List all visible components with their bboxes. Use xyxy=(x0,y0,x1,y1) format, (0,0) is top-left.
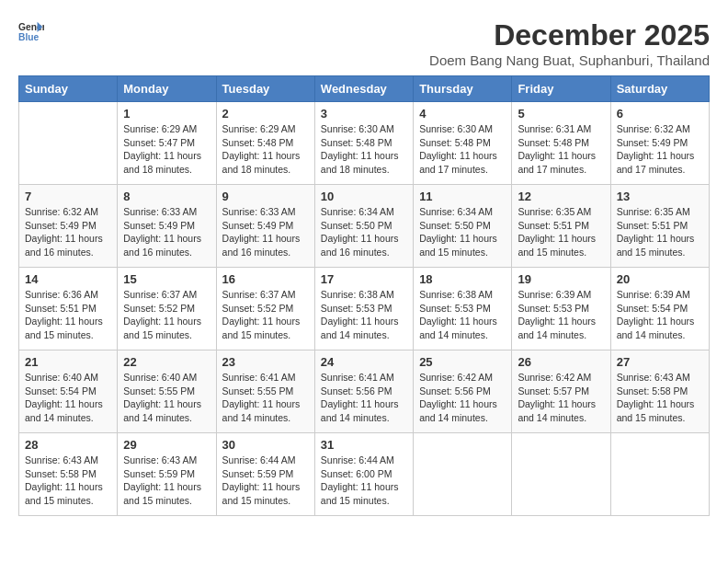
day-number: 3 xyxy=(321,107,407,121)
calendar-week-row: 21Sunrise: 6:40 AMSunset: 5:54 PMDayligh… xyxy=(19,350,710,433)
day-number: 13 xyxy=(617,190,703,203)
day-number: 23 xyxy=(222,355,309,369)
day-info: Sunrise: 6:34 AMSunset: 5:50 PMDaylight:… xyxy=(321,205,407,259)
header-sunday: Sunday xyxy=(19,76,118,102)
calendar-cell xyxy=(414,433,512,516)
day-number: 14 xyxy=(25,272,111,286)
header-saturday: Saturday xyxy=(610,76,709,102)
calendar-week-row: 7Sunrise: 6:32 AMSunset: 5:49 PMDaylight… xyxy=(19,185,710,268)
calendar-cell: 22Sunrise: 6:40 AMSunset: 5:55 PMDayligh… xyxy=(118,350,216,433)
day-number: 2 xyxy=(222,107,309,121)
calendar-cell: 30Sunrise: 6:44 AMSunset: 5:59 PMDayligh… xyxy=(216,433,314,516)
calendar-cell xyxy=(19,102,118,185)
day-number: 5 xyxy=(518,107,604,121)
day-info: Sunrise: 6:42 AMSunset: 5:57 PMDaylight:… xyxy=(518,371,604,425)
calendar-cell: 19Sunrise: 6:39 AMSunset: 5:53 PMDayligh… xyxy=(512,268,610,350)
calendar-week-row: 1Sunrise: 6:29 AMSunset: 5:47 PMDaylight… xyxy=(19,102,710,185)
day-info: Sunrise: 6:37 AMSunset: 5:52 PMDaylight:… xyxy=(222,288,309,342)
calendar-cell: 9Sunrise: 6:33 AMSunset: 5:49 PMDaylight… xyxy=(216,185,314,268)
day-number: 4 xyxy=(419,107,506,121)
calendar-cell: 8Sunrise: 6:33 AMSunset: 5:49 PMDaylight… xyxy=(118,185,216,268)
svg-text:Blue: Blue xyxy=(18,32,40,42)
calendar-table: Sunday Monday Tuesday Wednesday Thursday… xyxy=(18,75,710,516)
day-info: Sunrise: 6:37 AMSunset: 5:52 PMDaylight:… xyxy=(123,288,210,342)
day-number: 6 xyxy=(617,107,703,121)
calendar-cell: 17Sunrise: 6:38 AMSunset: 5:53 PMDayligh… xyxy=(314,268,413,350)
day-number: 1 xyxy=(123,107,210,121)
day-info: Sunrise: 6:38 AMSunset: 5:53 PMDaylight:… xyxy=(321,288,407,342)
day-info: Sunrise: 6:30 AMSunset: 5:48 PMDaylight:… xyxy=(419,122,506,177)
day-number: 8 xyxy=(123,190,210,203)
day-number: 26 xyxy=(518,355,604,369)
calendar-cell: 23Sunrise: 6:41 AMSunset: 5:55 PMDayligh… xyxy=(216,350,314,433)
calendar-cell: 12Sunrise: 6:35 AMSunset: 5:51 PMDayligh… xyxy=(512,185,610,268)
day-info: Sunrise: 6:29 AMSunset: 5:48 PMDaylight:… xyxy=(222,122,309,177)
calendar-week-row: 14Sunrise: 6:36 AMSunset: 5:51 PMDayligh… xyxy=(19,268,710,350)
day-info: Sunrise: 6:44 AMSunset: 5:59 PMDaylight:… xyxy=(222,454,309,508)
day-info: Sunrise: 6:35 AMSunset: 5:51 PMDaylight:… xyxy=(617,205,703,259)
day-number: 10 xyxy=(321,190,407,203)
day-number: 30 xyxy=(222,438,309,452)
month-title: December 2025 xyxy=(429,18,710,52)
calendar-cell: 20Sunrise: 6:39 AMSunset: 5:54 PMDayligh… xyxy=(610,268,709,350)
day-number: 28 xyxy=(25,438,111,452)
location-title: Doem Bang Nang Buat, Suphanburi, Thailan… xyxy=(429,52,710,68)
day-info: Sunrise: 6:33 AMSunset: 5:49 PMDaylight:… xyxy=(123,205,210,259)
calendar-cell: 11Sunrise: 6:34 AMSunset: 5:50 PMDayligh… xyxy=(414,185,512,268)
page-header: General Blue December 2025 Doem Bang Nan… xyxy=(18,18,710,68)
day-info: Sunrise: 6:39 AMSunset: 5:54 PMDaylight:… xyxy=(617,288,703,342)
calendar-cell xyxy=(512,433,610,516)
day-number: 16 xyxy=(222,272,309,286)
calendar-cell: 14Sunrise: 6:36 AMSunset: 5:51 PMDayligh… xyxy=(19,268,118,350)
calendar-cell: 3Sunrise: 6:30 AMSunset: 5:48 PMDaylight… xyxy=(314,102,413,185)
day-info: Sunrise: 6:43 AMSunset: 5:58 PMDaylight:… xyxy=(617,371,703,425)
calendar-cell: 16Sunrise: 6:37 AMSunset: 5:52 PMDayligh… xyxy=(216,268,314,350)
day-info: Sunrise: 6:29 AMSunset: 5:47 PMDaylight:… xyxy=(123,122,210,177)
day-info: Sunrise: 6:34 AMSunset: 5:50 PMDaylight:… xyxy=(419,205,506,259)
day-info: Sunrise: 6:40 AMSunset: 5:54 PMDaylight:… xyxy=(25,371,111,425)
calendar-cell: 10Sunrise: 6:34 AMSunset: 5:50 PMDayligh… xyxy=(314,185,413,268)
calendar-header-row: Sunday Monday Tuesday Wednesday Thursday… xyxy=(19,76,710,102)
day-number: 11 xyxy=(419,190,506,203)
header-thursday: Thursday xyxy=(414,76,512,102)
calendar-cell: 27Sunrise: 6:43 AMSunset: 5:58 PMDayligh… xyxy=(610,350,709,433)
calendar-cell: 15Sunrise: 6:37 AMSunset: 5:52 PMDayligh… xyxy=(118,268,216,350)
day-info: Sunrise: 6:40 AMSunset: 5:55 PMDaylight:… xyxy=(123,371,210,425)
day-info: Sunrise: 6:32 AMSunset: 5:49 PMDaylight:… xyxy=(25,205,111,259)
day-info: Sunrise: 6:43 AMSunset: 5:59 PMDaylight:… xyxy=(123,454,210,508)
day-info: Sunrise: 6:31 AMSunset: 5:48 PMDaylight:… xyxy=(518,122,604,177)
calendar-cell: 2Sunrise: 6:29 AMSunset: 5:48 PMDaylight… xyxy=(216,102,314,185)
day-number: 12 xyxy=(518,190,604,203)
day-number: 7 xyxy=(25,190,111,203)
calendar-cell: 29Sunrise: 6:43 AMSunset: 5:59 PMDayligh… xyxy=(118,433,216,516)
day-info: Sunrise: 6:41 AMSunset: 5:55 PMDaylight:… xyxy=(222,371,309,425)
day-number: 17 xyxy=(321,272,407,286)
day-info: Sunrise: 6:41 AMSunset: 5:56 PMDaylight:… xyxy=(321,371,407,425)
day-info: Sunrise: 6:35 AMSunset: 5:51 PMDaylight:… xyxy=(518,205,604,259)
day-number: 19 xyxy=(518,272,604,286)
title-block: December 2025 Doem Bang Nang Buat, Supha… xyxy=(429,18,710,68)
calendar-cell xyxy=(610,433,709,516)
day-number: 21 xyxy=(25,355,111,369)
day-info: Sunrise: 6:42 AMSunset: 5:56 PMDaylight:… xyxy=(419,371,506,425)
calendar-cell: 25Sunrise: 6:42 AMSunset: 5:56 PMDayligh… xyxy=(414,350,512,433)
calendar-cell: 31Sunrise: 6:44 AMSunset: 6:00 PMDayligh… xyxy=(314,433,413,516)
calendar-week-row: 28Sunrise: 6:43 AMSunset: 5:58 PMDayligh… xyxy=(19,433,710,516)
day-number: 20 xyxy=(617,272,703,286)
day-number: 31 xyxy=(321,438,407,452)
logo: General Blue xyxy=(18,18,44,44)
day-info: Sunrise: 6:44 AMSunset: 6:00 PMDaylight:… xyxy=(321,454,407,508)
day-number: 25 xyxy=(419,355,506,369)
day-number: 24 xyxy=(321,355,407,369)
calendar-cell: 21Sunrise: 6:40 AMSunset: 5:54 PMDayligh… xyxy=(19,350,118,433)
day-number: 9 xyxy=(222,190,309,203)
day-info: Sunrise: 6:36 AMSunset: 5:51 PMDaylight:… xyxy=(25,288,111,342)
calendar-cell: 1Sunrise: 6:29 AMSunset: 5:47 PMDaylight… xyxy=(118,102,216,185)
day-info: Sunrise: 6:32 AMSunset: 5:49 PMDaylight:… xyxy=(617,122,703,177)
calendar-cell: 5Sunrise: 6:31 AMSunset: 5:48 PMDaylight… xyxy=(512,102,610,185)
calendar-cell: 7Sunrise: 6:32 AMSunset: 5:49 PMDaylight… xyxy=(19,185,118,268)
calendar-cell: 4Sunrise: 6:30 AMSunset: 5:48 PMDaylight… xyxy=(414,102,512,185)
header-wednesday: Wednesday xyxy=(314,76,413,102)
logo-icon: General Blue xyxy=(18,18,44,44)
day-info: Sunrise: 6:43 AMSunset: 5:58 PMDaylight:… xyxy=(25,454,111,508)
